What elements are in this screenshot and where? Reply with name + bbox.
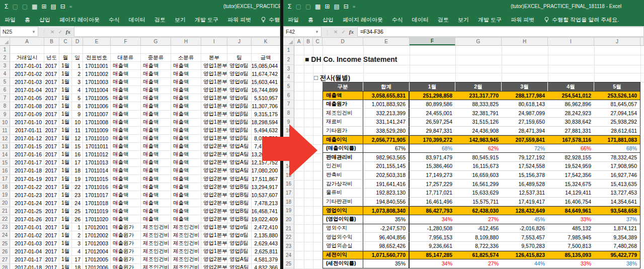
cell[interactable]: 1,001,883,926 (363, 100, 410, 109)
cell[interactable]: 2017-01-02 (10, 70, 44, 78)
row-header-6[interactable]: 6 (0, 86, 10, 94)
cell[interactable]: 2 (72, 231, 83, 239)
row-header-2[interactable]: 2 (0, 54, 10, 62)
merge-cells-icon[interactable]: ⊞ (41, 4, 46, 10)
row-header-10[interactable]: 10 (0, 119, 10, 127)
cell[interactable]: 15,603,441 (252, 78, 280, 86)
cell[interactable]: 17011008 (83, 119, 111, 127)
cell[interactable]: 19,022,409 (252, 215, 280, 223)
cell[interactable]: 영업2본부 (201, 183, 227, 191)
cell[interactable]: 제조인건비 (171, 264, 201, 269)
cell[interactable]: 매출액 (111, 159, 141, 167)
ribbon-tab-8[interactable]: 개발 도구 (190, 13, 223, 26)
cell[interactable]: 4,581,379 (252, 256, 280, 264)
cell[interactable]: 17,908,950 (594, 162, 640, 171)
cell[interactable]: 1월 (59, 231, 72, 239)
cell[interactable]: 매출액 (171, 86, 201, 94)
cell[interactable]: 1월 (59, 78, 72, 86)
cell[interactable]: 2017-01-26 (10, 215, 44, 223)
cell[interactable]: -2,247,570 (363, 224, 410, 233)
cell[interactable]: 254,541,012 (548, 91, 594, 100)
row-header-8[interactable]: 8 (283, 109, 294, 118)
cell[interactable]: 17,419,417 (502, 198, 548, 207)
cell[interactable]: 소분류 (171, 54, 201, 62)
cell[interactable]: 4 (72, 86, 83, 94)
column-header-G[interactable]: G (141, 38, 171, 45)
cell[interactable]: 15 (72, 143, 83, 151)
cell[interactable]: 1월 (59, 62, 72, 70)
cell[interactable]: 2017 (44, 70, 59, 78)
formula-input[interactable]: =F34-F36 (357, 27, 644, 37)
row-header-4[interactable]: 4 (283, 73, 294, 82)
cell[interactable]: 16,561,299 (455, 180, 502, 189)
cell[interactable]: 15,386,460 (410, 162, 455, 171)
cell[interactable]: 2017 (44, 159, 59, 167)
select-all-corner[interactable] (283, 38, 294, 45)
cell[interactable]: 96,404,856 (363, 233, 410, 242)
cell[interactable]: 17011006 (83, 102, 111, 110)
cell[interactable]: 영업α팀 (227, 94, 252, 102)
cell[interactable]: 83,971,479 (410, 153, 455, 162)
cell[interactable]: 88,333,825 (455, 100, 502, 109)
cell[interactable]: 24 (72, 199, 83, 207)
cell[interactable]: 2017 (44, 111, 59, 119)
cell[interactable]: 10,537,607 (252, 191, 280, 199)
income-col-header[interactable]: 3월 (502, 82, 548, 91)
cell[interactable]: 매출액 (171, 215, 201, 223)
cell[interactable]: 32,381,791 (455, 109, 502, 118)
cell[interactable]: 영업β팀 (227, 135, 252, 143)
cell[interactable]: 영업1본부 (201, 231, 227, 239)
cell[interactable]: 영업B팀 (227, 207, 252, 215)
cell[interactable]: 332,213,399 (363, 109, 410, 118)
cell[interactable]: 4,832,366 (252, 264, 280, 269)
income-row-label[interactable]: 영업이익 (323, 206, 363, 215)
formula-input[interactable] (74, 27, 280, 37)
cell[interactable]: 2017 (44, 264, 59, 269)
name-box[interactable]: F42 ▼ (283, 27, 321, 37)
column-header-B[interactable]: B (44, 38, 59, 45)
cell[interactable]: 167,578,116 (548, 135, 594, 144)
borders-icon[interactable]: ⊟ (344, 4, 349, 10)
row-header-4[interactable]: 4 (0, 70, 10, 78)
cell[interactable]: 1월 (59, 183, 72, 191)
cell[interactable]: 11 (72, 127, 83, 135)
cell[interactable]: 매출액 (141, 78, 171, 86)
row-header-25[interactable]: 25 (0, 240, 10, 248)
cell[interactable]: 79,127,192 (502, 153, 548, 162)
row-header-3[interactable]: 3 (0, 62, 10, 70)
cell[interactable]: 22 (72, 183, 83, 191)
cell[interactable]: 매출원가 (111, 256, 141, 264)
ribbon-tab-9[interactable]: 파워 피벗 (506, 13, 539, 26)
namebox-dropdown-icon[interactable]: ▼ (32, 30, 36, 34)
cell[interactable]: 2017 (44, 143, 59, 151)
income-row-label[interactable]: 영업외수익 (323, 233, 363, 242)
cell[interactable]: 18 (72, 167, 83, 175)
cell[interactable]: 매출액 (171, 135, 201, 143)
cell[interactable]: 24,455,001 (410, 109, 455, 118)
cell[interactable]: 15,324,675 (548, 180, 594, 189)
cell[interactable]: 매출액 (111, 127, 141, 135)
cell[interactable]: 대분류 (111, 54, 141, 62)
row-header-8[interactable]: 8 (0, 102, 10, 110)
cell[interactable]: 매출원가 (111, 223, 141, 231)
row-header-28[interactable]: 28 (0, 264, 10, 269)
row-header-21[interactable]: 21 (283, 224, 294, 233)
cell[interactable]: 매출액 (111, 102, 141, 110)
cell[interactable]: 82,928,155 (548, 153, 594, 162)
column-header-K[interactable]: K (252, 38, 280, 45)
cell[interactable]: 8,722,336 (455, 242, 502, 251)
cell[interactable]: 2017-01-16 (10, 151, 44, 159)
cell[interactable]: 26,597,254 (410, 118, 455, 127)
income-row-label[interactable]: 영업외손실 (323, 242, 363, 251)
cell[interactable]: 2017-01-24 (10, 199, 44, 207)
cell[interactable]: 7,478,213 (252, 199, 280, 207)
cell[interactable]: 207,559,841 (502, 135, 548, 144)
cell[interactable]: 15,413,635 (594, 180, 640, 189)
income-row-label[interactable]: 판매관리비 (323, 153, 363, 162)
cell[interactable]: 일 (72, 54, 83, 62)
column-header-C[interactable]: C (59, 38, 72, 45)
row-header-7[interactable]: 7 (283, 100, 294, 109)
cell[interactable]: 28,612,611 (594, 127, 640, 136)
cell[interactable]: 331,141,247 (363, 118, 410, 127)
cell[interactable]: 영업2본부 (201, 264, 227, 269)
